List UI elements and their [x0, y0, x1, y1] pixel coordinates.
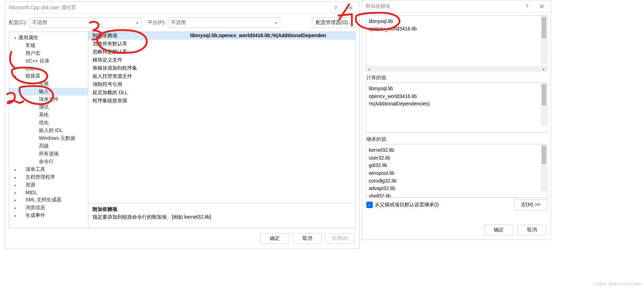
titlebar[interactable]: 附加依赖项 ? — [362, 0, 551, 12]
scroll-thumb[interactable] — [542, 146, 546, 164]
collapsed-icon[interactable]: ▸ — [13, 206, 18, 210]
tree-item[interactable]: 调试 — [9, 103, 88, 111]
tree-item[interactable]: ▸文档管理程序 — [9, 173, 88, 181]
inherited-value: shell32.lib — [369, 192, 544, 198]
tree-item[interactable]: ▾通用属性 — [9, 34, 88, 42]
tree-item[interactable]: ▸清单工具 — [9, 166, 88, 173]
tree-item[interactable]: 常规 — [9, 80, 88, 88]
scroll-thumb[interactable] — [542, 17, 546, 38]
tree-item[interactable]: ▸浏览信息 — [9, 204, 88, 212]
watermark: CSDN @MirrorYuChen — [593, 281, 642, 287]
computed-value: %(AdditionalDependencies) — [369, 100, 544, 108]
tree-item[interactable]: ▾链接器 — [9, 72, 88, 80]
apply-button[interactable]: 应用(A) — [325, 233, 354, 244]
vertical-scrollbar[interactable] — [541, 83, 547, 126]
property-row[interactable]: 忽略特定默认库 — [88, 48, 355, 56]
tree-item[interactable]: 常规 — [9, 42, 88, 50]
property-row[interactable]: 程序集链接资源 — [88, 97, 355, 105]
tree-item[interactable]: 系统 — [9, 111, 88, 119]
property-row[interactable]: 将模块添加到程序集 — [88, 64, 355, 73]
tree-item[interactable]: ▸资源 — [9, 181, 88, 189]
property-value[interactable]: libmysql.lib;opencv_world3416.lib;%(Addi… — [187, 32, 355, 40]
scroll-right-icon[interactable]: ▸ — [541, 67, 547, 71]
property-value[interactable] — [187, 89, 355, 97]
property-value[interactable] — [187, 64, 355, 72]
tree-item-label: 文档管理程序 — [25, 174, 55, 180]
tree-item-label: 浏览信息 — [25, 205, 45, 211]
tree-item[interactable]: Windows 元数据 — [9, 134, 88, 142]
expanded-icon[interactable]: ▾ — [13, 36, 18, 40]
config-manager-button[interactable]: 配置管理器(O)... — [312, 17, 356, 28]
tree-item[interactable]: ▸XML 文档生成器 — [9, 196, 88, 204]
property-value[interactable] — [187, 56, 355, 64]
property-row[interactable]: 强制符号引用 — [88, 81, 355, 89]
ok-button[interactable]: 确定 — [484, 225, 513, 235]
collapsed-icon[interactable]: ▸ — [13, 191, 18, 195]
collapsed-icon[interactable]: ▸ — [13, 214, 18, 218]
tree-item[interactable]: VC++ 目录 — [9, 57, 88, 65]
tree-item[interactable]: 嵌入的 IDL — [9, 127, 88, 134]
collapsed-icon[interactable]: ▸ — [13, 67, 18, 71]
tree-item[interactable]: ▸C/C++ — [9, 65, 88, 72]
collapsed-icon[interactable]: ▸ — [13, 198, 18, 202]
close-button[interactable] — [534, 1, 549, 12]
scroll-thumb[interactable] — [542, 84, 546, 105]
tree-item[interactable]: 优化 — [9, 119, 88, 127]
close-button[interactable] — [343, 2, 358, 13]
main-body: ▾通用属性常规用户宏VC++ 目录▸C/C++▾链接器常规输入清单文件调试系统优… — [9, 31, 356, 228]
checkbox-checked-icon[interactable]: ✓ — [366, 202, 373, 208]
property-row[interactable]: 延迟加载的 DLL — [88, 89, 355, 97]
platform-select[interactable]: 不适用 ▾ — [168, 17, 280, 28]
inherited-value: winspool.lib — [369, 169, 544, 177]
tree-item[interactable]: 用户宏 — [9, 50, 88, 57]
dependencies-input[interactable] — [366, 16, 547, 65]
dialog-footer: 确定 取消 应用(A) — [5, 228, 359, 249]
tree-item[interactable]: ▸生成事件 — [9, 212, 88, 219]
property-row[interactable]: 嵌入托管资源文件 — [88, 73, 355, 81]
property-name: 延迟加载的 DLL — [88, 89, 187, 97]
tree-item[interactable]: 高级 — [9, 142, 88, 150]
window-title: Microsoft.Cpp.x64.user 属性页 — [9, 5, 328, 11]
titlebar[interactable]: Microsoft.Cpp.x64.user 属性页 ? — [5, 2, 359, 14]
property-value[interactable] — [187, 40, 355, 48]
config-select[interactable]: 不适用 ▾ — [29, 17, 141, 28]
collapsed-icon[interactable]: ▸ — [13, 175, 18, 179]
dialog-footer: 确定 取消 — [362, 220, 551, 240]
tree-item[interactable]: ▸MIDL — [9, 189, 88, 196]
scroll-left-icon[interactable]: ◂ — [366, 67, 372, 71]
help-button[interactable]: ? — [328, 2, 343, 13]
ok-button[interactable]: 确定 — [260, 233, 289, 244]
property-row[interactable]: 忽略所有默认库 — [88, 40, 355, 48]
vertical-scrollbar[interactable] — [541, 144, 547, 191]
dependencies-input-wrap: ◂ ▸ — [366, 15, 547, 71]
tree-item[interactable]: 清单文件 — [9, 96, 88, 103]
tree-item-label: 清单文件 — [38, 96, 59, 103]
vertical-scrollbar[interactable] — [541, 16, 547, 64]
tree-item-label: 清单工具 — [25, 166, 45, 173]
collapsed-icon[interactable]: ▸ — [13, 183, 18, 187]
property-value[interactable] — [187, 81, 355, 88]
property-value[interactable] — [187, 73, 355, 80]
macros-button[interactable]: 宏(M) >> — [514, 199, 547, 211]
property-row[interactable]: 模块定义文件 — [88, 56, 355, 64]
tree-item-label: 嵌入的 IDL — [38, 127, 63, 134]
property-name: 程序集链接资源 — [88, 97, 187, 105]
tree-item-label: 命令行 — [38, 159, 54, 165]
property-row[interactable]: 附加依赖项libmysql.lib;opencv_world3416.lib;%… — [88, 32, 355, 40]
property-grid[interactable]: 附加依赖项libmysql.lib;opencv_world3416.lib;%… — [88, 32, 355, 203]
cancel-button[interactable]: 取消 — [293, 233, 322, 244]
tree-item[interactable]: 命令行 — [9, 158, 88, 166]
collapsed-icon[interactable]: ▸ — [13, 168, 18, 172]
property-value[interactable] — [187, 48, 355, 56]
inherit-checkbox-row[interactable]: ✓ 从父级或项目默认设置继承(I) — [366, 200, 439, 210]
inherited-value: comdlg32.lib — [369, 177, 544, 185]
horizontal-scrollbar[interactable]: ◂ ▸ — [366, 66, 547, 72]
property-tree[interactable]: ▾通用属性常规用户宏VC++ 目录▸C/C++▾链接器常规输入清单文件调试系统优… — [9, 32, 88, 228]
chevron-down-icon: ▾ — [136, 21, 138, 25]
property-value[interactable] — [187, 97, 355, 105]
tree-item[interactable]: 输入 — [9, 88, 88, 96]
cancel-button[interactable]: 取消 — [518, 225, 546, 235]
expanded-icon[interactable]: ▾ — [13, 74, 18, 78]
help-button[interactable]: ? — [520, 1, 534, 12]
tree-item[interactable]: 所有选项 — [9, 150, 88, 158]
